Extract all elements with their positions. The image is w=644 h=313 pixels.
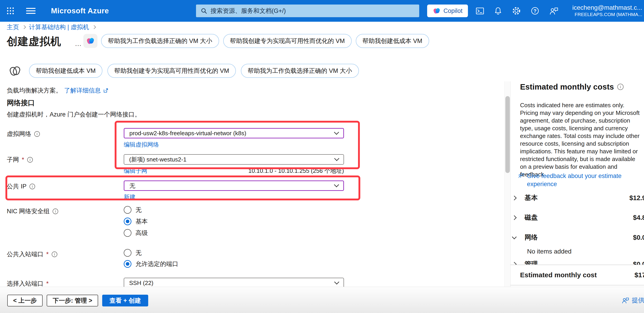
- subnet-dropdown[interactable]: (新项) snet-westus2-1: [124, 154, 344, 165]
- hamburger-icon: [26, 8, 36, 14]
- radio-selected[interactable]: [124, 260, 132, 268]
- svg-text:?: ?: [534, 8, 536, 14]
- radio-unselected[interactable]: [124, 206, 132, 214]
- azure-top-bar: Microsoft Azure Copilot: [0, 0, 644, 22]
- give-feedback-link[interactable]: 提供: [621, 296, 644, 305]
- vnet-dropdown[interactable]: prod-usw2-k8s-freeleaps-virtual-networ (…: [124, 128, 344, 139]
- required-asterisk: *: [46, 251, 49, 258]
- svg-text:i: i: [54, 252, 55, 256]
- review-create-button[interactable]: 查看 + 创建: [102, 295, 148, 307]
- radio-label: 基本: [136, 217, 148, 225]
- account-info[interactable]: icecheng@mathmast.c... FREELEAPS.COM (MA…: [572, 3, 642, 17]
- portal-title: Microsoft Azure: [51, 0, 109, 22]
- subnet-range-hint: 10.10.1.0 - 10.10.1.255 (256 个地址): [124, 167, 344, 175]
- external-link-icon: [103, 88, 108, 93]
- app-launcher-button[interactable]: [3, 0, 18, 22]
- radio-unselected[interactable]: [124, 249, 132, 257]
- create-new-ip-link[interactable]: 新建: [124, 193, 136, 201]
- vertical-scrollbar[interactable]: [504, 81, 510, 287]
- global-search[interactable]: [196, 4, 419, 17]
- learn-more-link[interactable]: 了解详细信息: [64, 87, 101, 95]
- info-icon[interactable]: i: [34, 131, 40, 137]
- section-title: 网络接口: [7, 98, 35, 108]
- cost-label[interactable]: 基本: [524, 193, 538, 202]
- inbound-option-none[interactable]: 无: [124, 249, 142, 257]
- copilot-label: Copilot: [444, 7, 462, 14]
- previous-step-button[interactable]: < 上一步: [7, 295, 42, 307]
- chevron-down-icon: [334, 182, 339, 187]
- breadcrumb-home[interactable]: 主页: [7, 23, 19, 31]
- info-icon[interactable]: i: [29, 183, 35, 189]
- chevron-down-icon[interactable]: [512, 235, 517, 239]
- next-step-button[interactable]: 下一步: 管理 >: [47, 295, 98, 307]
- cloud-shell-icon[interactable]: [476, 6, 484, 15]
- info-icon[interactable]: i: [52, 251, 58, 257]
- chevron-right-icon[interactable]: [512, 195, 517, 200]
- cost-value: $12.9: [629, 194, 644, 202]
- inbound-ports-dropdown-clip: SSH (22): [124, 278, 344, 287]
- subnet-value: (新项) snet-westus2-1: [129, 156, 186, 163]
- chevron-right-icon: [92, 25, 96, 29]
- inbound-option-allow-selected[interactable]: 允许选定的端口: [124, 260, 178, 268]
- more-menu-button[interactable]: …: [75, 40, 82, 47]
- estimated-total-value: $17: [634, 271, 644, 279]
- copilot-icon: [432, 7, 441, 15]
- suggestion-pill[interactable]: 帮助我创建专为实现高可用性而优化的 VM: [223, 34, 352, 48]
- settings-icon[interactable]: [512, 6, 521, 16]
- notifications-icon[interactable]: [494, 6, 502, 15]
- inbound-ports-dropdown[interactable]: SSH (22): [124, 278, 344, 287]
- feedback-icon: [621, 297, 630, 304]
- chevron-right-icon[interactable]: [512, 215, 517, 220]
- info-icon[interactable]: i: [27, 157, 33, 163]
- feedback-icon[interactable]: [549, 6, 559, 16]
- cost-value: $4.8: [633, 214, 644, 221]
- search-icon: [200, 7, 207, 14]
- nsg-option-basic[interactable]: 基本: [124, 217, 148, 225]
- radio-selected[interactable]: [124, 218, 132, 225]
- cost-row-network: 网络 $0.0: [512, 231, 644, 244]
- suggestion-pill[interactable]: 帮助我为工作负载选择正确的 VM 大小: [241, 64, 359, 78]
- copilot-chip[interactable]: [84, 34, 98, 48]
- search-input[interactable]: [210, 7, 415, 14]
- copilot-outline-icon: [8, 65, 21, 78]
- cost-value: $0.0: [633, 234, 644, 241]
- suggestion-pill[interactable]: 帮助我创建专为实现高可用性而优化的 VM: [108, 64, 236, 78]
- cost-label[interactable]: 磁盘: [524, 213, 538, 222]
- breadcrumb: 主页 计算基础结构 | 虚拟机: [7, 23, 96, 31]
- help-icon[interactable]: ?: [530, 6, 540, 16]
- public-ip-dropdown[interactable]: 无: [124, 180, 344, 191]
- copilot-suggestions-row2: 帮助我创建低成本 VM 帮助我创建专为实现高可用性而优化的 VM 帮助我为工作负…: [29, 64, 359, 78]
- copilot-icon: [86, 36, 95, 45]
- hamburger-menu-button[interactable]: [24, 0, 38, 22]
- scrollbar-thumb[interactable]: [505, 96, 510, 173]
- wizard-footer: < 上一步 下一步: 管理 > 查看 + 创建 提供: [0, 287, 644, 313]
- info-icon[interactable]: i: [617, 83, 624, 90]
- radio-unselected[interactable]: [124, 229, 132, 237]
- nsg-option-advanced[interactable]: 高级: [124, 229, 148, 237]
- cost-row-basic: 基本 $12.9: [512, 191, 644, 204]
- cost-panel-title-row: Estimated monthly costs i: [520, 82, 624, 91]
- waffle-icon: [6, 6, 15, 15]
- radio-label: 无: [136, 206, 142, 214]
- chevron-down-icon: [334, 156, 340, 161]
- suggestion-pill[interactable]: 帮助我创建低成本 VM: [356, 34, 429, 48]
- suggestion-pill[interactable]: 帮助我为工作负载选择正确的 VM 大小: [101, 34, 219, 48]
- breadcrumb-vm[interactable]: 计算基础结构 | 虚拟机: [29, 23, 89, 31]
- account-tenant: FREELEAPS.COM (MATHMA...: [572, 11, 642, 17]
- estimated-total-label: Estimated monthly cost: [520, 271, 597, 279]
- cost-network-detail: No items added: [527, 248, 572, 255]
- suggestion-pill[interactable]: 帮助我创建低成本 VM: [29, 64, 102, 78]
- chevron-down-icon: [334, 279, 340, 285]
- nsg-label: NIC 网络安全组: [7, 207, 50, 215]
- inbound-label: 公共入站端口: [7, 250, 44, 258]
- page-title: 创建虚拟机: [7, 34, 61, 49]
- vnet-value: prod-usw2-k8s-freeleaps-virtual-networ (…: [130, 130, 246, 137]
- give-feedback-text: 提供: [632, 296, 644, 305]
- edit-vnet-link[interactable]: 编辑虚拟网络: [124, 141, 159, 149]
- public-ip-label-row: 公共 IP i: [7, 182, 113, 190]
- nsg-option-none[interactable]: 无: [124, 206, 142, 214]
- estimate-feedback-link[interactable]: Give feedback about your estimate experi…: [518, 172, 636, 188]
- info-icon[interactable]: i: [52, 208, 58, 214]
- cost-label[interactable]: 网络: [524, 233, 538, 242]
- copilot-button[interactable]: Copilot: [427, 4, 468, 17]
